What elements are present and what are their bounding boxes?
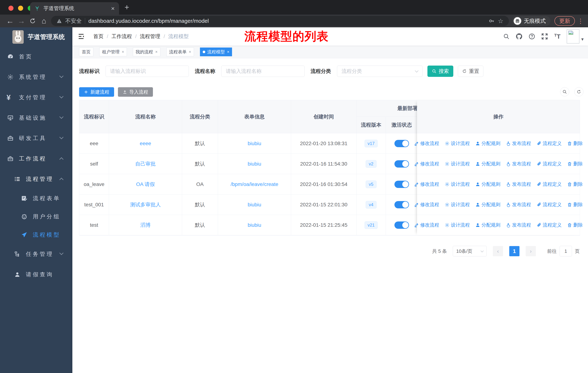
version-badge[interactable]: v21 (365, 221, 378, 229)
form-link[interactable]: biubiu (248, 222, 261, 228)
publish-process-action[interactable]: 发布流程 (506, 181, 531, 187)
process-definition-action[interactable]: 流程定义 (537, 140, 562, 147)
tag-my-process[interactable]: 我的流程 × (133, 48, 160, 56)
publish-process-action[interactable]: 发布流程 (506, 161, 531, 167)
close-window-button[interactable] (8, 6, 13, 11)
sidebar-item-system[interactable]: 系统管理 (0, 67, 72, 87)
process-name-link[interactable]: 测试多审批人 (130, 201, 161, 208)
sidebar-item-workflow[interactable]: 工作流程 (0, 148, 72, 169)
design-process-action[interactable]: 设计流程 (445, 222, 470, 228)
next-page-button[interactable]: › (526, 246, 536, 256)
forward-button[interactable]: → (16, 17, 27, 25)
form-link[interactable]: biubiu (248, 161, 261, 167)
minimize-window-button[interactable] (18, 6, 23, 11)
version-badge[interactable]: v2 (366, 160, 376, 168)
delete-action[interactable]: 删除 (567, 181, 583, 187)
security-label[interactable]: 不安全 (65, 17, 82, 25)
publish-process-action[interactable]: 发布流程 (506, 202, 531, 208)
design-process-action[interactable]: 设计流程 (445, 161, 470, 167)
design-process-action[interactable]: 设计流程 (445, 140, 470, 147)
fullscreen-icon[interactable] (538, 33, 551, 40)
assign-rule-action[interactable]: 分配规则 (475, 202, 501, 208)
assign-rule-action[interactable]: 分配规则 (475, 161, 501, 167)
version-badge[interactable]: v17 (365, 140, 378, 147)
active-toggle[interactable] (394, 140, 409, 147)
delete-action[interactable]: 删除 (567, 202, 583, 208)
sidebar-item-task-management[interactable]: 任务管理 (0, 244, 72, 264)
modify-process-action[interactable]: 修改流程 (414, 202, 439, 208)
sidebar-item-process-form[interactable]: 流程表单 (0, 189, 72, 207)
publish-process-action[interactable]: 发布流程 (506, 222, 531, 228)
active-toggle[interactable] (394, 201, 409, 208)
modify-process-action[interactable]: 修改流程 (414, 181, 439, 187)
breadcrumb-process-management[interactable]: 流程管理 (140, 33, 160, 40)
process-name-link[interactable]: 自己审批 (135, 161, 156, 167)
search-button[interactable]: 搜索 (427, 66, 453, 77)
reset-button[interactable]: 重置 (458, 66, 483, 77)
assign-rule-action[interactable]: 分配规则 (475, 140, 501, 147)
version-badge[interactable]: v4 (366, 201, 376, 209)
process-definition-action[interactable]: 流程定义 (537, 181, 562, 187)
user-avatar[interactable] (567, 29, 579, 43)
sidebar-item-payment[interactable]: ¥ 支付管理 (0, 87, 72, 108)
sidebar-item-user-group[interactable]: 用户分组 (0, 207, 72, 226)
new-tab-button[interactable] (124, 4, 130, 10)
sidebar-logo[interactable]: 芋道管理系统 (0, 27, 72, 46)
create-process-button[interactable]: 新建流程 (79, 87, 114, 97)
publish-process-action[interactable]: 发布流程 (506, 140, 531, 147)
form-link[interactable]: biubiu (248, 202, 261, 208)
close-icon[interactable]: × (189, 50, 191, 54)
tab-close-icon[interactable]: × (111, 5, 115, 11)
design-process-action[interactable]: 设计流程 (445, 202, 470, 208)
tag-tenant-management[interactable]: 租户管理 × (99, 48, 127, 56)
avatar-caret-icon[interactable]: ▾ (581, 36, 584, 42)
browser-tab[interactable]: 芋道管理系统 × (30, 2, 119, 15)
breadcrumb-workflow[interactable]: 工作流程 (112, 33, 132, 40)
reload-button[interactable] (27, 18, 38, 24)
modify-process-action[interactable]: 修改流程 (414, 222, 439, 228)
sidebar-collapse-icon[interactable] (77, 33, 85, 40)
browser-menu-icon[interactable]: ⋮ (578, 17, 584, 25)
process-definition-action[interactable]: 流程定义 (537, 161, 562, 167)
window-controls[interactable] (8, 6, 33, 11)
form-link[interactable]: biubiu (248, 141, 261, 146)
sidebar-item-infrastructure[interactable]: 基础设施 (0, 108, 72, 128)
font-size-icon[interactable]: TT (551, 33, 564, 40)
help-icon[interactable] (525, 33, 538, 40)
jump-page-input[interactable] (560, 246, 572, 256)
process-category-select[interactable]: 流程分类 (337, 66, 422, 77)
process-name-link[interactable]: 滔博 (140, 222, 151, 229)
modify-process-action[interactable]: 修改流程 (414, 140, 439, 147)
prev-page-button[interactable]: ‹ (493, 246, 503, 256)
back-button[interactable]: ← (4, 17, 16, 25)
assign-rule-action[interactable]: 分配规则 (475, 181, 501, 187)
tag-process-form[interactable]: 流程表单 × (166, 48, 194, 56)
sidebar-item-leave-query[interactable]: 请假查询 (0, 264, 72, 285)
sidebar-item-process-management[interactable]: 流程管理 (0, 169, 72, 189)
home-button[interactable]: ⌂ (38, 17, 50, 25)
design-process-action[interactable]: 设计流程 (445, 181, 470, 187)
security-warning-icon[interactable] (56, 18, 62, 24)
delete-action[interactable]: 删除 (567, 140, 583, 147)
browser-update-button[interactable]: 更新 (555, 16, 575, 26)
process-name-link[interactable]: OA 请假 (136, 181, 155, 188)
active-toggle[interactable] (394, 222, 409, 229)
address-bar[interactable]: 不安全 dashboard.yudao.iocoder.cn/bpm/manag… (51, 16, 509, 26)
modify-process-action[interactable]: 修改流程 (414, 161, 439, 167)
tag-process-model[interactable]: 流程模型 × (200, 48, 232, 56)
sidebar-item-dev-tools[interactable]: 研发工具 (0, 128, 72, 148)
password-key-icon[interactable] (488, 18, 495, 24)
process-name-input[interactable] (221, 66, 304, 77)
process-definition-action[interactable]: 流程定义 (537, 202, 562, 208)
process-definition-action[interactable]: 流程定义 (537, 222, 562, 228)
breadcrumb-home[interactable]: 首页 (93, 33, 104, 40)
refresh-table-button[interactable] (574, 87, 583, 96)
process-name-link[interactable]: eeee (140, 141, 151, 146)
sidebar-item-home[interactable]: 首页 (0, 46, 72, 67)
version-badge[interactable]: v5 (366, 181, 376, 188)
assign-rule-action[interactable]: 分配规则 (475, 222, 501, 228)
tag-home[interactable]: 首页 (79, 48, 93, 56)
toggle-search-button[interactable] (560, 87, 569, 96)
page-number-1[interactable]: 1 (509, 246, 519, 256)
delete-action[interactable]: 删除 (567, 161, 583, 167)
